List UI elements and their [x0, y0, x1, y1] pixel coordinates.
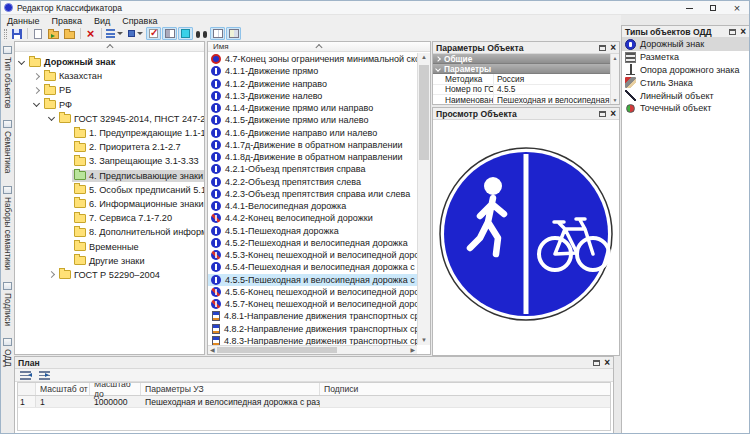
tree-item[interactable]: ГОСТ Р 52290–2004 [15, 268, 204, 282]
sign-list-item[interactable]: 4.7-Конец зоны ограничения минимальной с… [208, 53, 417, 65]
close-panel-icon[interactable] [610, 109, 616, 119]
float-panel-icon[interactable] [599, 45, 606, 51]
vertical-scrollbar[interactable]: ▲ ▼ [610, 54, 619, 104]
sign-list-item[interactable]: 4.1.8д-Движение в обратном направлении [208, 151, 417, 163]
plan-column-header[interactable]: Параметры УЗ [141, 383, 320, 395]
sign-list-item[interactable]: 4.4.1-Велосипедная дорожка [208, 200, 417, 212]
sign-list-item[interactable]: 4.5.4-Пешеходная и велосипедная дорожка … [208, 261, 417, 273]
property-group-parameters[interactable]: Параметры [433, 64, 610, 74]
close-panel-icon[interactable] [604, 358, 610, 368]
tree-item[interactable]: ГОСТ 32945-2014, ПНСТ 247-2017 [15, 112, 204, 126]
side-tab[interactable]: Семантика [3, 117, 13, 176]
toolbar-button[interactable] [30, 27, 45, 40]
side-tab[interactable]: Подписи [3, 279, 13, 329]
vertical-scrollbar[interactable]: ▲ ▼ [417, 53, 430, 345]
toolbar-button[interactable] [62, 27, 77, 40]
plan-cell-uz-params[interactable]: Пешеходная и велосипедная дорожка с разд… [141, 396, 320, 407]
odd-type-item[interactable]: Разметка [622, 51, 749, 64]
scroll-right-icon[interactable]: ▶ [408, 346, 417, 354]
property-row[interactable]: Методика Россия [433, 74, 610, 85]
property-value[interactable]: 4.5.5 [493, 84, 610, 94]
odd-type-item[interactable]: Точечный объект [622, 102, 749, 115]
plan-toolbar-button[interactable] [37, 369, 52, 381]
toolbar-button[interactable] [126, 27, 145, 40]
side-tab[interactable]: ОДД [3, 335, 13, 370]
toolbar-button[interactable] [9, 27, 24, 40]
sign-list-item[interactable]: 4.5.7-Конец пешеходной и велосипедной до… [208, 298, 417, 310]
tree-item[interactable]: 8. Дополнительной информации 8.1.1-8.24 [15, 225, 204, 239]
sign-list-item[interactable]: 4.1.3-Движение налево [208, 90, 417, 102]
toolbar-button[interactable] [25, 27, 29, 40]
scroll-up-icon[interactable]: ▲ [611, 54, 619, 62]
tree-item[interactable]: 2. Приоритета 2.1-2.7 [15, 140, 204, 154]
odd-type-item[interactable]: Стиль Знака [622, 76, 749, 89]
sign-list-item[interactable]: 4.2.1-Объезд препятствия справа [208, 163, 417, 175]
tree-item[interactable]: РФ [15, 98, 204, 112]
sign-list-item[interactable]: 4.1.2-Движение направо [208, 78, 417, 90]
toolbar-button[interactable] [99, 27, 103, 40]
toolbar-button[interactable] [83, 27, 98, 40]
sign-list-item[interactable]: 4.5.6-Конец пешеходной и велосипедной до… [208, 286, 417, 298]
sign-list-item[interactable]: 4.5.3-Конец пешеходной и велосипедной до… [208, 249, 417, 261]
tree-item[interactable]: 3. Запрещающие 3.1-3.33 [15, 154, 204, 168]
property-value[interactable]: Россия [493, 74, 610, 84]
toolbar-button[interactable] [226, 27, 241, 40]
list-column-header[interactable]: Имя [208, 42, 430, 52]
menu-item[interactable]: Данные [1, 16, 46, 26]
scroll-up-icon[interactable]: ▲ [418, 53, 430, 62]
tree-column-header[interactable] [15, 42, 204, 52]
plan-cell-scale-from[interactable]: 1 [36, 396, 90, 407]
toolbar-button[interactable] [162, 27, 177, 40]
scroll-left-icon[interactable]: ◀ [208, 346, 217, 354]
plan-table-row[interactable]: 1 1 1000000 Пешеходная и велосипедная до… [18, 396, 610, 408]
tree-item[interactable]: Казахстан [15, 69, 204, 83]
plan-column-header[interactable]: Масштаб от [36, 383, 90, 395]
toolbar-button[interactable] [104, 27, 125, 40]
sign-list-item[interactable]: 4.2.2-Объезд препятствия слева [208, 176, 417, 188]
scroll-down-icon[interactable]: ▼ [418, 336, 430, 345]
odd-type-item[interactable]: Опора дорожного знака [622, 64, 749, 77]
tree-chevron-icon[interactable] [33, 87, 40, 94]
float-panel-icon[interactable] [593, 360, 600, 366]
sign-list-item[interactable]: 4.8.2-Направление движения транспортных … [208, 323, 417, 335]
side-tab[interactable]: Наборы семантики [3, 183, 13, 273]
tree-item[interactable]: 4. Предписывающие знаки 4.1.1-4.8.3 [15, 169, 204, 183]
toolbar-button[interactable] [178, 27, 193, 40]
scrollbar-thumb[interactable] [419, 65, 429, 160]
tree-chevron-icon[interactable] [48, 114, 55, 121]
property-row[interactable]: Номер по ГОСТ 4.5.5 [433, 85, 610, 96]
close-panel-icon[interactable] [610, 43, 616, 53]
toolbar-button[interactable] [3, 27, 8, 40]
sign-list-item[interactable]: 4.1.6-Движение направо или налево [208, 127, 417, 139]
tree-item[interactable]: 1. Предупреждающие 1.1-1.34.3 [15, 126, 204, 140]
toolbar-button[interactable] [194, 27, 209, 40]
plan-column-header[interactable]: Масштаб до [90, 383, 141, 395]
scrollbar-thumb[interactable] [217, 347, 337, 353]
tree-chevron-icon[interactable] [33, 100, 40, 107]
odd-type-item[interactable]: Линейный объект [622, 89, 749, 102]
close-panel-icon[interactable] [740, 27, 746, 37]
sign-list-item[interactable]: 4.4.2-Конец велосипедной дорожки [208, 212, 417, 224]
float-panel-icon[interactable] [599, 111, 606, 117]
tree-item[interactable]: 6. Информационные знаки 6.1-6.21.2 [15, 197, 204, 211]
toolbar-button[interactable] [46, 27, 61, 40]
sign-list-item[interactable]: 4.1.1-Движение прямо [208, 65, 417, 77]
toolbar-button[interactable] [78, 27, 82, 40]
property-group-general[interactable]: Общие [433, 54, 610, 64]
odd-type-item[interactable]: Дорожный знак [622, 38, 749, 51]
property-value[interactable]: Пешеходная и велосипедная дорожка с ... [493, 95, 610, 105]
menu-item[interactable]: Справка [116, 16, 163, 26]
sign-list-item[interactable]: 4.1.7д-Движение в обратном направлении [208, 139, 417, 151]
sign-list-item[interactable]: 4.5.2-Пешеходная и велосипедная дорожка [208, 237, 417, 249]
sign-list-item[interactable]: 4.5.1-Пешеходная дорожка [208, 225, 417, 237]
sign-list-item[interactable]: 4.1.5-Движение прямо или налево [208, 114, 417, 126]
plan-column-header[interactable]: Подписи [320, 383, 610, 395]
tree-item[interactable]: РБ [15, 83, 204, 97]
tree-item[interactable]: 5. Особых предписаний 5.1-5.34 [15, 183, 204, 197]
close-button[interactable]: × [725, 1, 749, 15]
sign-list-item[interactable]: 4.5.5-Пешеходная и велосипедная дорожка … [208, 274, 417, 286]
float-panel-icon[interactable] [729, 29, 736, 35]
tree-item[interactable]: Другие знаки [15, 254, 204, 268]
scroll-down-icon[interactable]: ▼ [611, 96, 619, 104]
tree-item[interactable]: Временные [15, 239, 204, 253]
